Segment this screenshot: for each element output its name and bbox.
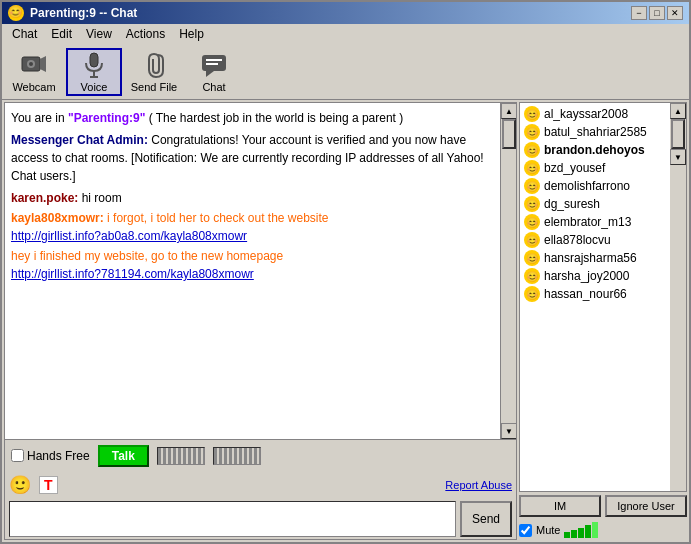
user-list-panel: 😊 al_kayssar2008 😊 batul_shahriar2585 😊 … [519, 102, 687, 540]
avatar: 😊 [524, 268, 540, 284]
menu-chat[interactable]: Chat [6, 26, 43, 42]
menu-edit[interactable]: Edit [45, 26, 78, 42]
font-button[interactable]: T [39, 476, 58, 494]
microphone-icon [80, 51, 108, 79]
maximize-button[interactable]: □ [649, 6, 665, 20]
menu-help[interactable]: Help [173, 26, 210, 42]
mute-label: Mute [536, 524, 560, 536]
webcam-label: Webcam [12, 81, 55, 93]
title-bar-buttons: − □ ✕ [631, 6, 683, 20]
volume-bar [564, 522, 598, 538]
list-item[interactable]: 😊 elembrator_m13 [520, 213, 670, 231]
webcam-button[interactable]: Webcam [6, 48, 62, 96]
user-scroll-thumb[interactable] [671, 119, 685, 149]
close-button[interactable]: ✕ [667, 6, 683, 20]
username: elembrator_m13 [544, 215, 631, 229]
kayla-message: kayla808xmowr: i forgot, i told her to c… [11, 209, 494, 245]
vol-bar-2 [571, 530, 577, 538]
toolbar: Webcam Voice Send File [2, 44, 689, 100]
chat-area: You are in "Parenting:9" ( The hardest j… [4, 102, 517, 540]
chat-messages[interactable]: You are in "Parenting:9" ( The hardest j… [5, 103, 500, 439]
scroll-down-button[interactable]: ▼ [501, 423, 516, 439]
send-file-label: Send File [131, 81, 177, 93]
hands-free-label: Hands Free [27, 449, 90, 463]
chat-input[interactable] [9, 501, 456, 537]
im-button[interactable]: IM [519, 495, 601, 517]
input-area: 🙂 T Report Abuse Send [5, 471, 516, 539]
chat-scrollbar[interactable]: ▲ ▼ [500, 103, 516, 439]
paperclip-icon [140, 51, 168, 79]
level-meter-1 [157, 447, 205, 465]
avatar: 😊 [524, 232, 540, 248]
send-file-button[interactable]: Send File [126, 48, 182, 96]
kayla-text2: hey i finished my website, go to the new… [11, 249, 283, 263]
vol-bar-4 [585, 525, 591, 538]
username: bzd_yousef [544, 161, 605, 175]
mute-checkbox[interactable] [519, 524, 532, 537]
main-content: You are in "Parenting:9" ( The hardest j… [2, 100, 689, 542]
username: demolishfarrono [544, 179, 630, 193]
avatar: 😊 [524, 106, 540, 122]
admin-name: Messenger Chat Admin: [11, 133, 148, 147]
list-item[interactable]: 😊 batul_shahriar2585 [520, 123, 670, 141]
chat-toolbar-icon [200, 51, 228, 79]
minimize-button[interactable]: − [631, 6, 647, 20]
send-button[interactable]: Send [460, 501, 512, 537]
username: brandon.dehoyos [544, 143, 645, 157]
kayla-message2: hey i finished my website, go to the new… [11, 247, 494, 283]
username: ella878locvu [544, 233, 611, 247]
avatar: 😊 [524, 160, 540, 176]
svg-point-2 [29, 62, 33, 66]
karen-message: karen.poke: hi room [11, 189, 494, 207]
avatar: 😊 [524, 142, 540, 158]
svg-marker-8 [206, 71, 214, 77]
username: hassan_nour66 [544, 287, 627, 301]
menu-view[interactable]: View [80, 26, 118, 42]
main-window: 😊 Parenting:9 -- Chat − □ ✕ Chat Edit Vi… [0, 0, 691, 544]
scroll-up-button[interactable]: ▲ [501, 103, 516, 119]
vol-bar-3 [578, 528, 584, 538]
voice-button[interactable]: Voice [66, 48, 122, 96]
username: dg_suresh [544, 197, 600, 211]
username: hansrajsharma56 [544, 251, 637, 265]
list-item[interactable]: 😊 dg_suresh [520, 195, 670, 213]
svg-rect-4 [90, 53, 98, 67]
hands-free-checkbox[interactable] [11, 449, 24, 462]
username: al_kayssar2008 [544, 107, 628, 121]
avatar: 😊 [524, 250, 540, 266]
window-title: Parenting:9 -- Chat [30, 6, 137, 20]
user-scroll-track [670, 119, 686, 149]
list-item[interactable]: 😊 brandon.dehoyos [520, 141, 670, 159]
username: harsha_joy2000 [544, 269, 629, 283]
list-item[interactable]: 😊 hassan_nour66 [520, 285, 670, 303]
user-list[interactable]: 😊 al_kayssar2008 😊 batul_shahriar2585 😊 … [520, 103, 670, 491]
input-toolbar: 🙂 T Report Abuse [9, 473, 512, 497]
kayla-link2[interactable]: http://girllist.info?781194.com/kayla808… [11, 267, 254, 281]
list-item[interactable]: 😊 demolishfarrono [520, 177, 670, 195]
voice-label: Voice [81, 81, 108, 93]
list-item[interactable]: 😊 bzd_yousef [520, 159, 670, 177]
list-item[interactable]: 😊 al_kayssar2008 [520, 105, 670, 123]
chat-button[interactable]: Chat [186, 48, 242, 96]
title-bar: 😊 Parenting:9 -- Chat − □ ✕ [2, 2, 689, 24]
report-abuse-link[interactable]: Report Abuse [445, 479, 512, 491]
ignore-button[interactable]: Ignore User [605, 495, 687, 517]
user-scroll-down[interactable]: ▼ [670, 149, 686, 165]
list-item[interactable]: 😊 ella878locvu [520, 231, 670, 249]
list-item[interactable]: 😊 harsha_joy2000 [520, 267, 670, 285]
menu-bar: Chat Edit View Actions Help [2, 24, 689, 44]
kayla-name: kayla808xmowr: [11, 211, 104, 225]
mute-controls: Mute [519, 520, 687, 540]
talk-button[interactable]: Talk [98, 445, 149, 467]
karen-name: karen.poke: [11, 191, 78, 205]
menu-actions[interactable]: Actions [120, 26, 171, 42]
user-scroll-up[interactable]: ▲ [670, 103, 686, 119]
smiley-button[interactable]: 🙂 [9, 476, 31, 494]
kayla-link1[interactable]: http://girllist.info?ab0a8.com/kayla808x… [11, 229, 247, 243]
avatar: 😊 [524, 124, 540, 140]
list-item[interactable]: 😊 hansrajsharma56 [520, 249, 670, 267]
scroll-thumb[interactable] [502, 119, 516, 149]
user-list-container: 😊 al_kayssar2008 😊 batul_shahriar2585 😊 … [519, 102, 687, 492]
hands-free-container: Hands Free [11, 449, 90, 463]
user-list-scrollbar[interactable]: ▲ ▼ [670, 103, 686, 491]
